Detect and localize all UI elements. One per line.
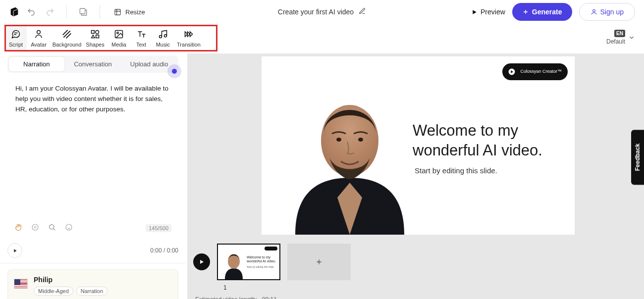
tool-shapes[interactable]: Shapes — [83, 25, 107, 51]
svg-point-12 — [50, 225, 54, 229]
tool-transition[interactable]: Transition — [174, 25, 203, 51]
undo-button[interactable] — [24, 4, 39, 19]
avatar-name: Philip — [34, 276, 107, 284]
edit-title-icon[interactable] — [359, 7, 366, 16]
tool-music[interactable]: Music — [152, 25, 174, 51]
divider — [0, 263, 186, 263]
tool-avatar[interactable]: Avatar — [27, 25, 51, 51]
script-textarea[interactable]: Hi, I am your Colossyan Avatar. I will b… — [15, 84, 170, 115]
attention-indicator — [167, 64, 181, 78]
tool-label: Music — [156, 42, 170, 48]
mini-avatar — [224, 251, 244, 279]
emoji-icon[interactable] — [65, 223, 73, 233]
tool-label: Script — [9, 42, 23, 48]
music-icon — [158, 29, 168, 40]
resize-button[interactable]: Resize — [109, 5, 150, 19]
signup-label: Sign up — [600, 8, 624, 16]
resize-label: Resize — [125, 8, 145, 16]
play-script-button[interactable] — [7, 243, 22, 258]
language-badge: EN — [614, 30, 625, 37]
svg-point-5 — [96, 31, 99, 34]
language-name: Default — [606, 38, 625, 45]
thumbnail-number: 1 — [223, 284, 227, 291]
est-length-value: 00:11 — [262, 296, 277, 299]
tool-label: Shapes — [86, 42, 104, 48]
tool-label: Media — [111, 42, 126, 48]
preview-label: Preview — [481, 8, 505, 16]
svg-point-10 — [164, 35, 167, 37]
transition-icon — [183, 29, 194, 40]
layout-button[interactable] — [76, 4, 91, 19]
svg-point-3 — [37, 31, 41, 34]
app-logo[interactable] — [9, 6, 20, 17]
svg-point-13 — [66, 224, 72, 230]
tool-label: Background — [53, 42, 82, 48]
avatar-icon — [34, 29, 44, 40]
tool-label: Transition — [177, 42, 201, 48]
media-icon — [114, 29, 124, 40]
feedback-tab[interactable]: Feedback — [631, 130, 644, 185]
script-icon — [11, 29, 21, 40]
generate-label: Generate — [532, 8, 562, 16]
svg-point-16 — [336, 138, 341, 142]
generate-button[interactable]: Generate — [512, 3, 572, 21]
chevron-down-icon — [628, 34, 635, 41]
svg-point-18 — [228, 254, 240, 269]
tool-media[interactable]: Media — [107, 25, 131, 51]
tool-script[interactable]: Script — [5, 25, 27, 51]
language-selector[interactable]: EN Default — [606, 30, 635, 45]
playback-time: 0:00 / 0:00 — [150, 247, 178, 254]
gesture-icon[interactable] — [14, 223, 22, 233]
char-counter: 145/500 — [146, 224, 171, 232]
tool-label: Avatar — [31, 42, 47, 48]
preview-button[interactable]: Preview — [471, 8, 505, 16]
avatar-figure[interactable] — [280, 86, 419, 235]
svg-point-11 — [32, 224, 38, 230]
svg-rect-4 — [92, 31, 95, 34]
lookup-icon[interactable] — [48, 223, 56, 233]
svg-point-17 — [358, 138, 363, 142]
mini-brand-icon — [265, 247, 277, 250]
tab-narration[interactable]: Narration — [9, 57, 64, 71]
avatar-card[interactable]: Philip Middle-Aged Narration — [7, 269, 178, 299]
signup-button[interactable]: Sign up — [579, 3, 635, 21]
avatar-chip: Middle-Aged — [34, 287, 73, 296]
divider — [66, 5, 67, 19]
text-icon — [136, 29, 146, 40]
project-title: Create your first AI video — [278, 8, 354, 16]
flag-us-icon — [14, 279, 28, 289]
play-timeline-button[interactable] — [193, 253, 210, 270]
add-slide-button[interactable] — [287, 244, 351, 280]
divider — [100, 5, 100, 19]
svg-point-2 — [592, 9, 595, 12]
slide-canvas[interactable]: Colossyan Creator™ Welcome to my wonderf… — [262, 56, 575, 235]
svg-rect-6 — [96, 35, 99, 38]
pause-icon[interactable] — [31, 223, 39, 233]
mini-sub: Start by editing this slide. — [247, 265, 274, 268]
svg-point-15 — [321, 105, 378, 176]
slide-thumbnail-1[interactable]: Welcome to my wonderful AI video. Start … — [217, 244, 280, 280]
tool-label: Text — [136, 42, 146, 48]
background-icon — [62, 29, 72, 40]
mini-heading: Welcome to my wonderful AI video. — [247, 255, 276, 264]
svg-point-9 — [160, 36, 162, 38]
brand-badge: Colossyan Creator™ — [502, 63, 568, 80]
svg-rect-0 — [80, 8, 85, 14]
slide-subheading[interactable]: Start by editing this slide. — [415, 166, 497, 175]
svg-point-8 — [117, 32, 118, 34]
tab-conversation[interactable]: Conversation — [65, 57, 121, 71]
avatar-chip: Narration — [76, 287, 107, 296]
tool-text[interactable]: Text — [131, 25, 152, 51]
brand-text: Colossyan Creator™ — [520, 69, 562, 74]
svg-rect-1 — [115, 9, 120, 14]
tool-background[interactable]: Background — [51, 25, 83, 51]
slide-heading[interactable]: Welcome to my wonderful AI video. — [413, 121, 563, 161]
shapes-icon — [90, 29, 100, 40]
est-length-label: Estimated video length: — [195, 296, 257, 299]
redo-button[interactable] — [43, 4, 57, 19]
